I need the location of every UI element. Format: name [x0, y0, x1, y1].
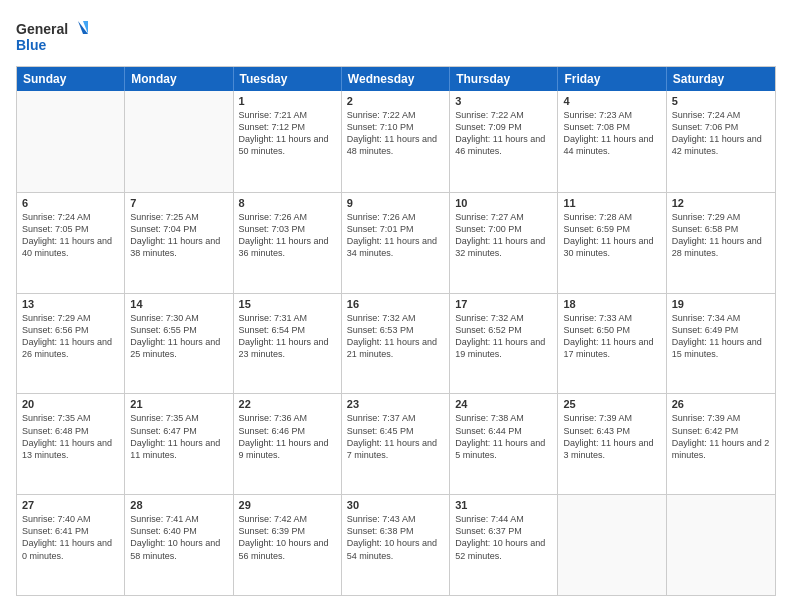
day-info: Sunrise: 7:27 AM Sunset: 7:00 PM Dayligh…: [455, 211, 552, 260]
day-number: 21: [130, 398, 227, 410]
day-info: Sunrise: 7:22 AM Sunset: 7:10 PM Dayligh…: [347, 109, 444, 158]
calendar-body: 1Sunrise: 7:21 AM Sunset: 7:12 PM Daylig…: [17, 91, 775, 595]
calendar-week: 6Sunrise: 7:24 AM Sunset: 7:05 PM Daylig…: [17, 192, 775, 293]
calendar-header: SundayMondayTuesdayWednesdayThursdayFrid…: [17, 67, 775, 91]
calendar-cell: 29Sunrise: 7:42 AM Sunset: 6:39 PM Dayli…: [234, 495, 342, 595]
day-number: 14: [130, 298, 227, 310]
calendar-cell: [125, 91, 233, 192]
calendar-cell: [667, 495, 775, 595]
day-info: Sunrise: 7:38 AM Sunset: 6:44 PM Dayligh…: [455, 412, 552, 461]
calendar-cell: 22Sunrise: 7:36 AM Sunset: 6:46 PM Dayli…: [234, 394, 342, 494]
day-number: 1: [239, 95, 336, 107]
day-info: Sunrise: 7:39 AM Sunset: 6:42 PM Dayligh…: [672, 412, 770, 461]
calendar-cell: 15Sunrise: 7:31 AM Sunset: 6:54 PM Dayli…: [234, 294, 342, 394]
calendar-cell: 8Sunrise: 7:26 AM Sunset: 7:03 PM Daylig…: [234, 193, 342, 293]
day-number: 10: [455, 197, 552, 209]
calendar-cell: [558, 495, 666, 595]
calendar-cell: 6Sunrise: 7:24 AM Sunset: 7:05 PM Daylig…: [17, 193, 125, 293]
day-number: 25: [563, 398, 660, 410]
day-info: Sunrise: 7:37 AM Sunset: 6:45 PM Dayligh…: [347, 412, 444, 461]
calendar-header-cell: Thursday: [450, 67, 558, 91]
calendar-cell: 7Sunrise: 7:25 AM Sunset: 7:04 PM Daylig…: [125, 193, 233, 293]
day-number: 6: [22, 197, 119, 209]
calendar-cell: 17Sunrise: 7:32 AM Sunset: 6:52 PM Dayli…: [450, 294, 558, 394]
calendar-cell: 23Sunrise: 7:37 AM Sunset: 6:45 PM Dayli…: [342, 394, 450, 494]
day-number: 28: [130, 499, 227, 511]
day-number: 16: [347, 298, 444, 310]
day-info: Sunrise: 7:32 AM Sunset: 6:53 PM Dayligh…: [347, 312, 444, 361]
day-info: Sunrise: 7:31 AM Sunset: 6:54 PM Dayligh…: [239, 312, 336, 361]
calendar-cell: 16Sunrise: 7:32 AM Sunset: 6:53 PM Dayli…: [342, 294, 450, 394]
day-number: 11: [563, 197, 660, 209]
day-info: Sunrise: 7:23 AM Sunset: 7:08 PM Dayligh…: [563, 109, 660, 158]
calendar-cell: 9Sunrise: 7:26 AM Sunset: 7:01 PM Daylig…: [342, 193, 450, 293]
calendar-cell: 12Sunrise: 7:29 AM Sunset: 6:58 PM Dayli…: [667, 193, 775, 293]
day-number: 5: [672, 95, 770, 107]
calendar-cell: 1Sunrise: 7:21 AM Sunset: 7:12 PM Daylig…: [234, 91, 342, 192]
day-info: Sunrise: 7:36 AM Sunset: 6:46 PM Dayligh…: [239, 412, 336, 461]
calendar-cell: 10Sunrise: 7:27 AM Sunset: 7:00 PM Dayli…: [450, 193, 558, 293]
day-info: Sunrise: 7:39 AM Sunset: 6:43 PM Dayligh…: [563, 412, 660, 461]
day-number: 20: [22, 398, 119, 410]
page: GeneralBlue SundayMondayTuesdayWednesday…: [0, 0, 792, 612]
day-info: Sunrise: 7:35 AM Sunset: 6:48 PM Dayligh…: [22, 412, 119, 461]
day-info: Sunrise: 7:22 AM Sunset: 7:09 PM Dayligh…: [455, 109, 552, 158]
day-info: Sunrise: 7:44 AM Sunset: 6:37 PM Dayligh…: [455, 513, 552, 562]
calendar-week: 20Sunrise: 7:35 AM Sunset: 6:48 PM Dayli…: [17, 393, 775, 494]
day-info: Sunrise: 7:42 AM Sunset: 6:39 PM Dayligh…: [239, 513, 336, 562]
day-info: Sunrise: 7:40 AM Sunset: 6:41 PM Dayligh…: [22, 513, 119, 562]
logo: GeneralBlue: [16, 16, 96, 56]
day-info: Sunrise: 7:26 AM Sunset: 7:01 PM Dayligh…: [347, 211, 444, 260]
day-info: Sunrise: 7:30 AM Sunset: 6:55 PM Dayligh…: [130, 312, 227, 361]
calendar-cell: 3Sunrise: 7:22 AM Sunset: 7:09 PM Daylig…: [450, 91, 558, 192]
day-info: Sunrise: 7:28 AM Sunset: 6:59 PM Dayligh…: [563, 211, 660, 260]
day-number: 26: [672, 398, 770, 410]
calendar-header-cell: Monday: [125, 67, 233, 91]
day-number: 29: [239, 499, 336, 511]
calendar-week: 1Sunrise: 7:21 AM Sunset: 7:12 PM Daylig…: [17, 91, 775, 192]
day-number: 13: [22, 298, 119, 310]
calendar-week: 27Sunrise: 7:40 AM Sunset: 6:41 PM Dayli…: [17, 494, 775, 595]
day-info: Sunrise: 7:41 AM Sunset: 6:40 PM Dayligh…: [130, 513, 227, 562]
day-number: 22: [239, 398, 336, 410]
day-info: Sunrise: 7:32 AM Sunset: 6:52 PM Dayligh…: [455, 312, 552, 361]
calendar-cell: 31Sunrise: 7:44 AM Sunset: 6:37 PM Dayli…: [450, 495, 558, 595]
svg-text:General: General: [16, 21, 68, 37]
day-number: 7: [130, 197, 227, 209]
calendar-header-cell: Friday: [558, 67, 666, 91]
day-number: 19: [672, 298, 770, 310]
day-info: Sunrise: 7:21 AM Sunset: 7:12 PM Dayligh…: [239, 109, 336, 158]
calendar-cell: 14Sunrise: 7:30 AM Sunset: 6:55 PM Dayli…: [125, 294, 233, 394]
calendar-cell: 28Sunrise: 7:41 AM Sunset: 6:40 PM Dayli…: [125, 495, 233, 595]
day-number: 2: [347, 95, 444, 107]
day-info: Sunrise: 7:29 AM Sunset: 6:56 PM Dayligh…: [22, 312, 119, 361]
svg-text:Blue: Blue: [16, 37, 47, 53]
day-number: 15: [239, 298, 336, 310]
calendar-cell: 4Sunrise: 7:23 AM Sunset: 7:08 PM Daylig…: [558, 91, 666, 192]
calendar-header-cell: Saturday: [667, 67, 775, 91]
calendar-cell: 18Sunrise: 7:33 AM Sunset: 6:50 PM Dayli…: [558, 294, 666, 394]
calendar-cell: 13Sunrise: 7:29 AM Sunset: 6:56 PM Dayli…: [17, 294, 125, 394]
day-number: 8: [239, 197, 336, 209]
calendar-cell: [17, 91, 125, 192]
day-number: 24: [455, 398, 552, 410]
day-number: 12: [672, 197, 770, 209]
calendar-header-cell: Wednesday: [342, 67, 450, 91]
calendar-header-cell: Tuesday: [234, 67, 342, 91]
day-number: 9: [347, 197, 444, 209]
calendar-cell: 19Sunrise: 7:34 AM Sunset: 6:49 PM Dayli…: [667, 294, 775, 394]
day-number: 31: [455, 499, 552, 511]
day-info: Sunrise: 7:24 AM Sunset: 7:06 PM Dayligh…: [672, 109, 770, 158]
calendar-cell: 27Sunrise: 7:40 AM Sunset: 6:41 PM Dayli…: [17, 495, 125, 595]
calendar-cell: 26Sunrise: 7:39 AM Sunset: 6:42 PM Dayli…: [667, 394, 775, 494]
day-info: Sunrise: 7:24 AM Sunset: 7:05 PM Dayligh…: [22, 211, 119, 260]
calendar-header-cell: Sunday: [17, 67, 125, 91]
calendar-week: 13Sunrise: 7:29 AM Sunset: 6:56 PM Dayli…: [17, 293, 775, 394]
day-info: Sunrise: 7:35 AM Sunset: 6:47 PM Dayligh…: [130, 412, 227, 461]
logo-svg: GeneralBlue: [16, 16, 96, 56]
day-info: Sunrise: 7:29 AM Sunset: 6:58 PM Dayligh…: [672, 211, 770, 260]
day-info: Sunrise: 7:33 AM Sunset: 6:50 PM Dayligh…: [563, 312, 660, 361]
calendar-cell: 20Sunrise: 7:35 AM Sunset: 6:48 PM Dayli…: [17, 394, 125, 494]
day-number: 23: [347, 398, 444, 410]
day-info: Sunrise: 7:34 AM Sunset: 6:49 PM Dayligh…: [672, 312, 770, 361]
